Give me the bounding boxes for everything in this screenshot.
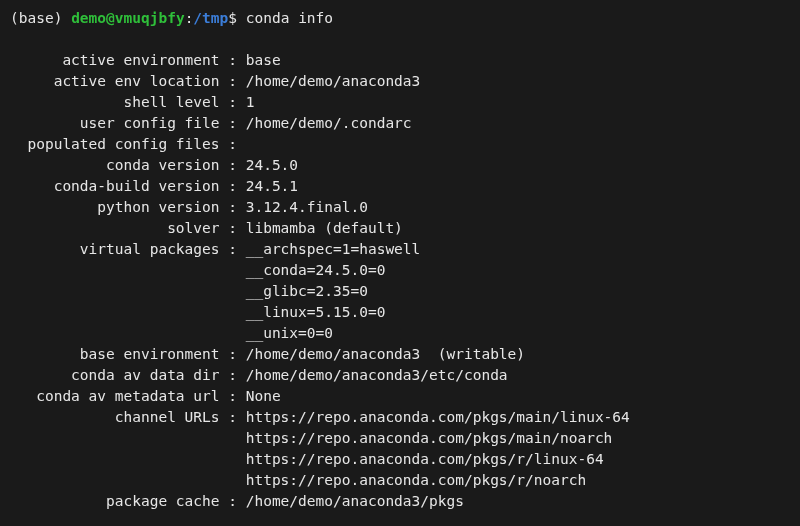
prompt-line: (base) demo@vmuqjbfy:/tmp$ conda info (10, 10, 333, 26)
prompt-command: conda info (246, 10, 333, 26)
prompt-at: @ (106, 10, 115, 26)
prompt-cwd: /tmp (193, 10, 228, 26)
prompt-user: demo (71, 10, 106, 26)
prompt-env: (base) (10, 10, 62, 26)
terminal-output[interactable]: (base) demo@vmuqjbfy:/tmp$ conda info ac… (0, 0, 800, 520)
prompt-symbol: $ (228, 10, 237, 26)
prompt-host: vmuqjbfy (115, 10, 185, 26)
conda-info-block: active environment : base active env loc… (10, 52, 630, 509)
